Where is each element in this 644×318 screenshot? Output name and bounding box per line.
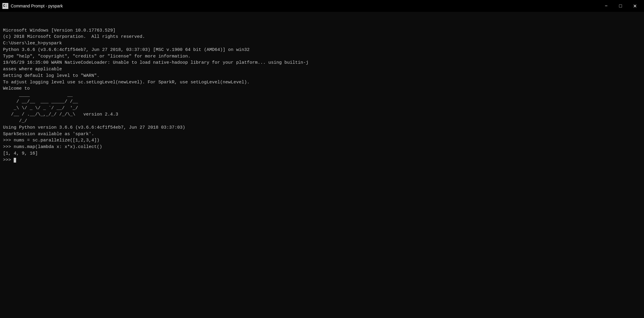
window-title: Command Prompt - pyspark (11, 4, 63, 8)
terminal-line: To adjust logging level use sc.setLogLev… (3, 79, 641, 86)
cmd-icon: C: (2, 3, 8, 9)
terminal-line: Welcome to (3, 85, 641, 92)
terminal-line: (c) 2018 Microsoft Corporation. All righ… (3, 34, 641, 40)
terminal-line: Using Python version 3.6.6 (v3.6.6:4cf1f… (3, 124, 641, 131)
terminal-line: 19/05/29 16:35:00 WARN NativeCodeLoader:… (3, 60, 641, 66)
terminal-line: _\ \/ _ \/ _ `/ __/ '_/ (3, 105, 641, 112)
terminal-line: ____ __ (3, 92, 641, 99)
terminal-line: asses where applicable (3, 66, 641, 73)
cursor (14, 158, 16, 163)
terminal-line: Setting default log level to "WARN". (3, 73, 641, 79)
title-bar: C: Command Prompt - pyspark − □ ✕ (0, 0, 644, 12)
terminal-line: /__ / .__/\_,_/_/ /_/\_\ version 2.4.3 (3, 111, 641, 118)
terminal-line: Python 3.6.6 (v3.6.6:4cf1f54eb7, Jun 27 … (3, 47, 641, 53)
maximize-button[interactable]: □ (614, 1, 627, 11)
terminal-line: [1, 4, 9, 16] (3, 150, 641, 157)
title-bar-left: C: Command Prompt - pyspark (2, 3, 63, 9)
terminal-line: SparkSession available as 'spark'. (3, 131, 641, 138)
close-button[interactable]: ✕ (628, 1, 642, 11)
terminal-line: / __/__ ___ _____/ /__ (3, 99, 641, 105)
terminal-line: /_/ (3, 118, 641, 124)
terminal-output[interactable]: Microsoft Windows [Version 10.0.17763.52… (0, 12, 644, 318)
window-controls: − □ ✕ (599, 1, 642, 11)
window: C: Command Prompt - pyspark − □ ✕ Micros… (0, 0, 644, 318)
minimize-button[interactable]: − (599, 1, 613, 11)
terminal-line: Type "help", "copyright", "credits" or "… (3, 53, 641, 60)
terminal-line: >>> (3, 157, 641, 163)
terminal-line: C:\Users\lee_h>pyspark (3, 40, 641, 47)
terminal-line: >>> nums = sc.parallelize([1,2,3,4]) (3, 137, 641, 144)
terminal-line: Microsoft Windows [Version 10.0.17763.52… (3, 27, 641, 34)
terminal-line: >>> nums.map(lambda x: x*x).collect() (3, 144, 641, 150)
